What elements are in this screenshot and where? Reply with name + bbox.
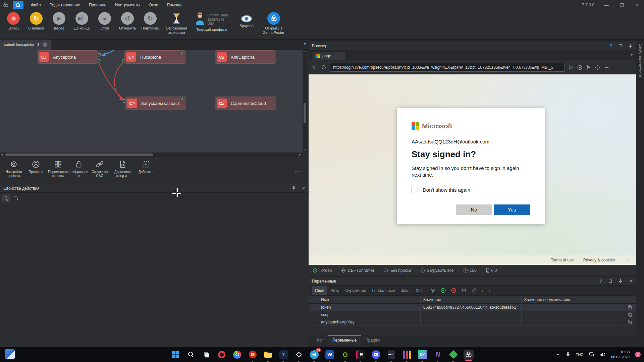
profile-button[interactable]: Профиль — [25, 160, 47, 183]
close-tab-icon[interactable]: ✕ — [43, 42, 47, 47]
clear-icon[interactable] — [471, 288, 477, 293]
search-icon[interactable] — [186, 350, 196, 360]
stop-button[interactable]: ■ Стоп — [94, 12, 115, 31]
properties-advanced-button[interactable] — [12, 194, 20, 202]
browser-tabs-chevron-icon[interactable]: ▼ — [630, 53, 633, 57]
add-tab-icon[interactable] — [577, 65, 583, 70]
highlight-icon[interactable] — [595, 65, 600, 70]
variable-row-script[interactable]: script — [309, 311, 636, 318]
variable-row-token[interactable]: → token 658174a58cd493727.4560061204|r=a… — [309, 304, 636, 311]
navy-app-icon[interactable]: T — [278, 350, 288, 360]
home-button[interactable] — [13, 1, 23, 9]
flowchart-canvas[interactable]: C# Anycaptcha C# Rucaptcha ✔ C# AntiCapt… — [0, 50, 303, 153]
network-icon[interactable] — [589, 352, 595, 357]
tab-own-variables[interactable]: Свои — [312, 286, 327, 295]
clock[interactable]: 10:58 08.03.2023 — [611, 350, 630, 359]
more-tools-button[interactable]: ... — [294, 167, 301, 173]
canvas-horizontal-scrollbar[interactable]: ◀ ▶ — [0, 153, 303, 157]
tab-variables[interactable]: Переменные — [328, 335, 361, 345]
copy-icon[interactable] — [624, 304, 636, 311]
word-icon[interactable]: W — [325, 350, 335, 360]
rider-icon[interactable]: R — [356, 350, 366, 360]
filter-icon[interactable] — [430, 288, 436, 293]
reload-icon[interactable] — [321, 64, 327, 70]
run-to-end-button[interactable]: ▶▏ До конца — [71, 12, 93, 31]
url-input[interactable] — [330, 63, 565, 72]
project-tab[interactable]: submit funcaptcha - 3 ✕ — [0, 40, 51, 50]
tray-chevron-icon[interactable] — [556, 352, 560, 357]
run-page-icon[interactable] — [568, 65, 574, 70]
using-directives-button[interactable]: Директивы using и... — [111, 160, 135, 183]
menu-tools[interactable]: Инструменты — [115, 3, 140, 7]
file-explorer-icon[interactable] — [263, 350, 273, 360]
help-icon[interactable]: ? — [599, 279, 602, 284]
tab-environment[interactable]: Окружение — [342, 286, 369, 295]
no-button[interactable]: No — [456, 204, 492, 215]
status-load-all[interactable]: Загружать все — [420, 268, 453, 273]
redo-button[interactable]: ↻ Повторить — [140, 12, 161, 31]
page-tab[interactable]: page — [313, 51, 345, 60]
visual-studio-icon[interactable]: N — [433, 350, 443, 360]
red-dial-app-icon[interactable] — [248, 350, 258, 360]
properties-view-button[interactable] — [2, 194, 10, 202]
node-anycaptcha[interactable]: C# Anycaptcha — [37, 50, 98, 64]
footer-more-button[interactable]: · · · — [624, 258, 631, 262]
edit-cell-icon[interactable] — [461, 288, 467, 293]
tab-auto-variables[interactable]: Авто — [327, 286, 342, 295]
browser-menu-icon[interactable] — [604, 65, 609, 70]
copy-icon[interactable] — [624, 318, 636, 325]
task-view-icon[interactable] — [201, 350, 211, 360]
gac-references-button[interactable]: Ссылки из GAC — [89, 160, 111, 183]
node-capmonstercloud[interactable]: C# CapmonsterCloud — [215, 97, 276, 110]
tab-list-chevron-icon[interactable]: ▼ — [303, 42, 307, 46]
menu-help[interactable]: Помощь — [167, 3, 182, 7]
undo-button[interactable]: ↺ Отменить — [117, 12, 138, 31]
project-settings-button[interactable]: Настройки проекта — [3, 160, 25, 183]
winrar-icon[interactable] — [402, 350, 412, 360]
current-profile-button[interactable]: Brittany Harris 12/25/1978 USA Текущий п… — [192, 12, 231, 32]
maximize-button[interactable]: ❐ — [619, 3, 625, 8]
tab-xml[interactable]: Xml — [413, 286, 426, 295]
pin-icon[interactable] — [619, 279, 623, 284]
add-variable-icon[interactable] — [440, 288, 446, 293]
close-panel-icon[interactable]: ✕ — [629, 279, 633, 284]
tab-log[interactable]: Лог — [312, 335, 328, 345]
encryption-button[interactable]: Шифрование — [69, 160, 89, 183]
canvas-vertical-scrollbar[interactable]: ▲ ▼ — [303, 50, 307, 153]
menu-window[interactable]: Окно — [149, 3, 158, 7]
dark-emblem-app-icon[interactable] — [294, 350, 304, 360]
node-rucaptcha[interactable]: C# Rucaptcha ✔ — [124, 50, 186, 64]
element-properties-strip[interactable]: Свойства элемента — [636, 40, 644, 347]
close-button[interactable]: ✕ — [634, 3, 641, 8]
start-button[interactable] — [170, 350, 180, 360]
tab-json[interactable]: Json — [398, 286, 413, 295]
column-default[interactable]: Значение по-умолчанию — [521, 296, 624, 303]
browser-toggle-button[interactable]: Браузер — [235, 12, 258, 28]
discord-icon[interactable] — [371, 350, 381, 360]
green-diamond-app-icon[interactable] — [448, 350, 458, 360]
node-anticaptcha[interactable]: C# AntiCaptcha — [215, 50, 276, 64]
terms-of-use-link[interactable]: Terms of use — [551, 258, 574, 262]
widgets-icon[interactable] — [5, 349, 15, 359]
add-action-button[interactable]: Добавить — [135, 160, 157, 183]
export-icon[interactable]: ↑ — [488, 288, 491, 293]
telegram-icon[interactable]: 34 — [309, 350, 319, 360]
microphone-icon[interactable] — [566, 352, 570, 357]
tab-global[interactable]: Глобальные — [369, 286, 398, 295]
volume-icon[interactable] — [600, 352, 606, 357]
close-panel-icon[interactable]: ✕ — [302, 186, 305, 191]
node-callback[interactable]: C# Запускаем callback ✔ — [125, 97, 186, 110]
nvidia-icon[interactable] — [340, 350, 350, 360]
back-icon[interactable] — [311, 64, 317, 70]
menu-file[interactable]: Файл — [31, 3, 41, 7]
menu-edit[interactable]: Редактирование — [50, 3, 80, 7]
project-variables-button[interactable]: Переменные проекта — [47, 160, 69, 183]
opera-icon[interactable] — [217, 350, 227, 360]
dont-show-checkbox[interactable] — [412, 187, 418, 193]
maximize-panel-icon[interactable] — [609, 280, 612, 283]
select-element-icon[interactable] — [586, 65, 591, 70]
step-next-button[interactable]: ▶ Далее — [48, 12, 70, 31]
minimize-button[interactable]: — — [603, 3, 610, 8]
import-icon[interactable]: ↓ — [481, 288, 484, 293]
deferred-render-button[interactable]: Отложенная отрисовка — [162, 12, 191, 35]
